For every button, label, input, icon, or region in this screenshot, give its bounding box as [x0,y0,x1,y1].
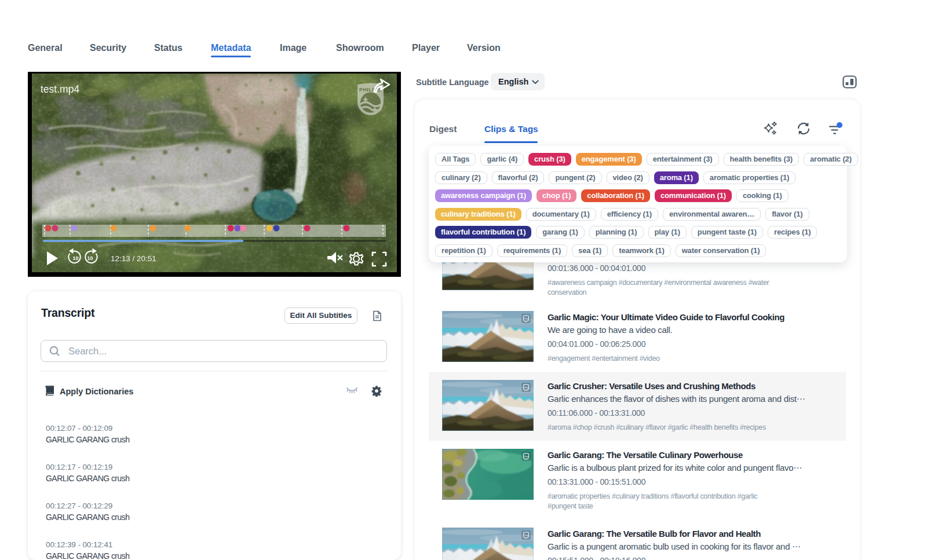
svg-text:10: 10 [73,255,79,261]
svg-text:12:13 / 20:51: 12:13 / 20:51 [111,254,156,263]
svg-text:10: 10 [87,255,93,261]
svg-text:test.mp4: test.mp4 [41,83,79,95]
